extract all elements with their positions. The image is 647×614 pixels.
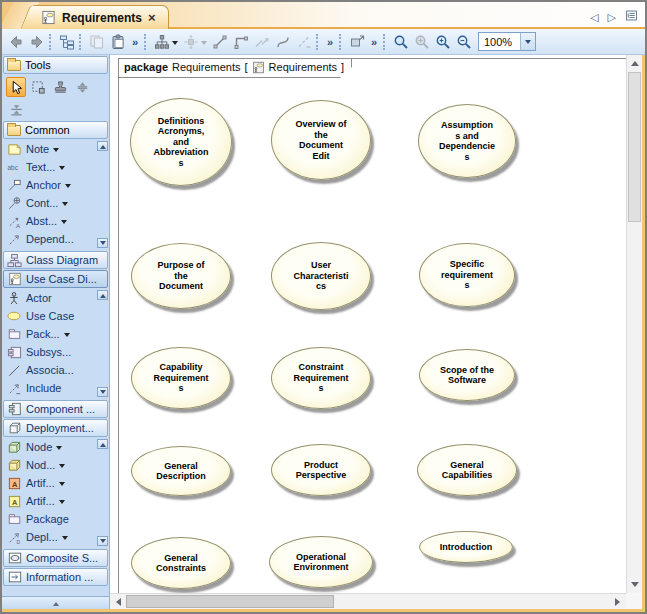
tab-list-icon[interactable] <box>625 8 638 26</box>
dropdown-caret-icon[interactable] <box>62 202 68 209</box>
swimlane-tool-button[interactable] <box>6 99 26 119</box>
palette-scroll-up-button[interactable] <box>97 141 108 151</box>
paste-button[interactable] <box>107 31 128 52</box>
palette-scroll-down-button[interactable] <box>97 536 108 546</box>
dropdown-caret-icon[interactable] <box>61 220 67 227</box>
curved-path-button[interactable] <box>272 31 293 52</box>
zoom-region-icon[interactable] <box>411 31 432 52</box>
palette-item-node[interactable]: Node <box>2 438 109 456</box>
back-button[interactable] <box>5 31 26 52</box>
use-case-ellipse[interactable]: General Capabilities <box>417 444 517 496</box>
scroll-up-button[interactable] <box>627 55 642 71</box>
diagram-canvas[interactable]: package Requirements [ Requirements ] De… <box>110 55 642 609</box>
use-case-ellipse[interactable]: Capability Requirement s <box>131 347 231 409</box>
palette-scroll-up-button[interactable] <box>97 439 108 449</box>
autosize-button[interactable] <box>346 31 367 52</box>
rectilinear-path-button[interactable] <box>230 31 251 52</box>
use-case-ellipse[interactable]: Product Perspective <box>271 444 371 496</box>
horizontal-scrollbar-thumb[interactable] <box>126 595 334 608</box>
palette-header-information-flow[interactable]: Information ... <box>3 568 108 586</box>
diagram-frame-header[interactable]: package Requirements [ Requirements ] <box>118 58 352 78</box>
palette-item-artifact[interactable]: A Artif... <box>2 474 109 492</box>
oblique-break-path-button[interactable] <box>251 31 272 52</box>
use-case-ellipse[interactable]: Operational Environment <box>269 536 373 588</box>
scroll-down-button[interactable] <box>627 577 642 593</box>
palette-item-abstraction[interactable]: A Abst... <box>2 212 109 230</box>
use-case-ellipse[interactable]: General Description <box>131 446 231 496</box>
use-case-ellipse[interactable]: User Characteristi cs <box>271 242 371 310</box>
tab-close-icon[interactable]: × <box>148 11 156 24</box>
next-tab-icon[interactable]: ▷ <box>608 12 616 23</box>
quick-layout-button[interactable] <box>180 31 201 52</box>
dropdown-caret-icon[interactable] <box>59 464 65 471</box>
use-case-ellipse[interactable]: Purpose of the Document <box>131 243 231 309</box>
oblique-path-button[interactable] <box>209 31 230 52</box>
palette-scroll-down-button[interactable] <box>97 387 108 397</box>
use-case-ellipse[interactable]: Specific requirement s <box>419 243 515 307</box>
vertical-scrollbar-thumb[interactable] <box>628 72 641 222</box>
tree-layout-caret-icon[interactable] <box>172 41 178 48</box>
forward-button[interactable] <box>26 31 47 52</box>
marquee-select-tool-button[interactable] <box>28 77 48 97</box>
overflow-chevron-icon[interactable]: » <box>367 36 381 48</box>
dropdown-caret-icon[interactable] <box>64 333 70 340</box>
use-case-ellipse[interactable]: Introduction <box>419 531 513 563</box>
palette-header-class-diagram[interactable]: Class Diagram <box>3 251 108 269</box>
zoom-in-icon[interactable] <box>432 31 453 52</box>
stamp-tool-button[interactable] <box>50 77 70 97</box>
palette-header-component-diagram[interactable]: Component ... <box>3 400 108 418</box>
containment-tree-button[interactable] <box>56 31 77 52</box>
zoom-combo-dropdown[interactable] <box>520 33 535 50</box>
tree-layout-button[interactable] <box>151 31 172 52</box>
palette-header-tools[interactable]: Tools <box>3 56 108 74</box>
palette-item-package[interactable]: Pack... <box>2 325 109 343</box>
selection-tool-button[interactable] <box>6 77 26 97</box>
palette-header-deployment-diagram[interactable]: Deployment... <box>3 419 108 437</box>
use-case-ellipse[interactable]: Constraint Requirement s <box>271 347 371 409</box>
palette-scroll-up-button[interactable] <box>97 290 108 300</box>
use-case-ellipse[interactable]: General Constraints <box>131 537 231 589</box>
palette-collapse-button[interactable] <box>2 596 109 609</box>
quick-layout-caret-icon[interactable] <box>201 41 207 48</box>
dropdown-caret-icon[interactable] <box>59 166 65 173</box>
palette-header-composite-structure[interactable]: Composite S... <box>3 549 108 567</box>
zoom-tool-icon[interactable] <box>390 31 411 52</box>
diagram-tab-requirements[interactable]: Requirements × <box>32 5 169 29</box>
palette-item-artifact-instance[interactable]: A Artif... <box>2 492 109 510</box>
prev-tab-icon[interactable]: ◁ <box>590 12 598 23</box>
palette-item-actor[interactable]: Actor <box>2 289 109 307</box>
palette-item-containment[interactable]: Cont... <box>2 194 109 212</box>
dropdown-caret-icon[interactable] <box>56 446 62 453</box>
overflow-chevron-icon[interactable]: » <box>128 36 142 48</box>
zoom-out-icon[interactable] <box>453 31 474 52</box>
scroll-left-button[interactable] <box>110 594 126 609</box>
dropdown-caret-icon[interactable] <box>59 482 65 489</box>
overflow-chevron-icon[interactable]: » <box>323 36 337 48</box>
palette-item-node-instance[interactable]: Nod... <box>2 456 109 474</box>
dropdown-caret-icon[interactable] <box>65 184 71 191</box>
horizontal-scrollbar[interactable] <box>110 593 626 609</box>
use-case-ellipse[interactable]: Scope of the Software <box>419 349 515 401</box>
palette-header-common[interactable]: Common <box>3 121 108 139</box>
dropdown-caret-icon[interactable] <box>62 536 68 543</box>
palette-scroll-down-button[interactable] <box>97 238 108 248</box>
palette-item-package2[interactable]: Package <box>2 510 109 528</box>
copy-button[interactable] <box>86 31 107 52</box>
dropdown-caret-icon[interactable] <box>53 148 59 155</box>
palette-item-deploy[interactable]: D Depl... <box>2 528 109 546</box>
dropdown-caret-icon[interactable] <box>59 500 65 507</box>
palette-header-use-case-diagram[interactable]: Use Case Di... <box>3 270 108 288</box>
use-case-ellipse[interactable]: Definitions Acronyms, and Abbreviation s <box>130 98 232 186</box>
vertical-scrollbar[interactable] <box>626 55 642 593</box>
use-case-ellipse[interactable]: Overview of the Document Edit <box>271 100 371 180</box>
zoom-level-combo[interactable]: 100% <box>478 32 536 51</box>
vertical-distribute-tool-button[interactable] <box>72 77 92 97</box>
scroll-right-button[interactable] <box>610 594 626 609</box>
dashed-path-button[interactable] <box>293 31 314 52</box>
palette-item-use-case[interactable]: Use Case <box>2 307 109 325</box>
palette-item-include[interactable]: Include <box>2 379 109 397</box>
palette-item-anchor[interactable]: Anchor <box>2 176 109 194</box>
use-case-ellipse[interactable]: Assumption s and Dependencie s <box>418 104 516 178</box>
palette-item-subsystem[interactable]: Subsys... <box>2 343 109 361</box>
palette-item-note[interactable]: Note <box>2 140 109 158</box>
